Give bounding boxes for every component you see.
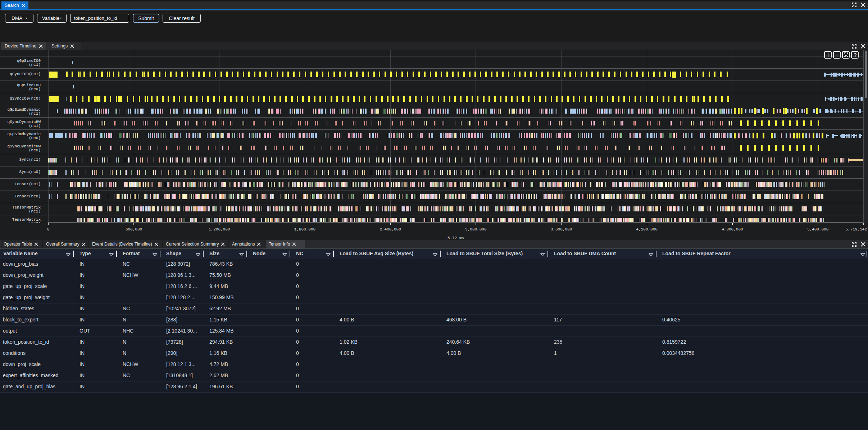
svg-text:1,200,000: 1,200,000 — [209, 227, 230, 232]
svg-text:(nc1): (nc1) — [29, 63, 41, 67]
svg-text:(nc0): (nc0) — [29, 136, 41, 140]
svg-text:Tensor(nc1): Tensor(nc1) — [14, 182, 41, 186]
svg-text:2,400,000: 2,400,000 — [380, 227, 401, 232]
svg-text:3,000,000: 3,000,000 — [465, 227, 486, 232]
svg-text:5,719,142: 5,719,142 — [846, 227, 867, 232]
svg-text:Tensor(nc0): Tensor(nc0) — [14, 194, 41, 198]
svg-text:5.72 ms: 5.72 ms — [447, 236, 464, 240]
svg-text:(nc0): (nc0) — [29, 87, 41, 91]
svg-text:3,600,000: 3,600,000 — [551, 227, 572, 232]
svg-text:qSyncIO0(nc1): qSyncIO0(nc1) — [10, 72, 41, 76]
svg-text:(nc0): (nc0) — [29, 148, 41, 152]
svg-text:(nc1): (nc1) — [29, 111, 41, 116]
svg-text:?: ? — [854, 52, 857, 58]
svg-text:5,400,000: 5,400,000 — [807, 227, 828, 232]
svg-text:Sync(nc1): Sync(nc1) — [19, 157, 41, 162]
svg-text:4,200,000: 4,200,000 — [636, 227, 657, 232]
svg-text:4,800,000: 4,800,000 — [722, 227, 743, 232]
svg-text:(nc1): (nc1) — [29, 124, 41, 128]
svg-text:600,000: 600,000 — [126, 227, 142, 232]
svg-text:qSyncIO0(nc0): qSyncIO0(nc0) — [10, 96, 41, 101]
svg-text:0: 0 — [47, 227, 50, 232]
svg-text:Sync(nc0): Sync(nc0) — [19, 170, 41, 174]
svg-text:(nc1): (nc1) — [29, 209, 41, 214]
svg-text:1,800,000: 1,800,000 — [294, 227, 315, 232]
